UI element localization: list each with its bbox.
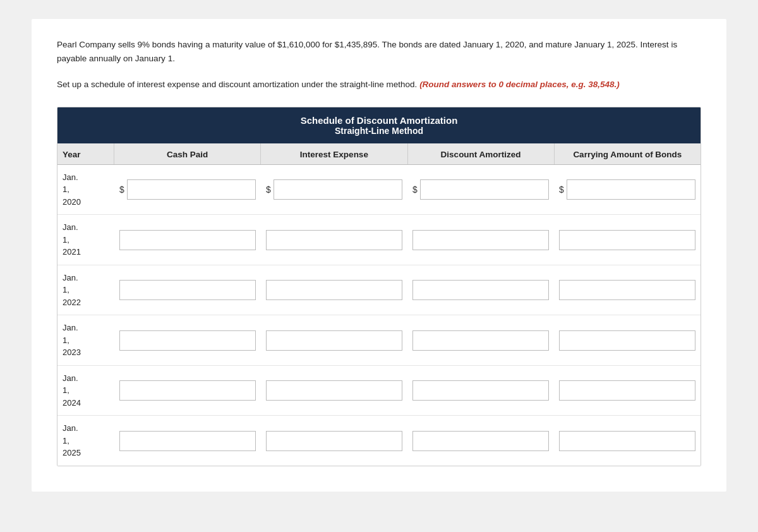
input-discount-2024[interactable] bbox=[412, 380, 549, 401]
input-cash-2023[interactable] bbox=[119, 330, 256, 351]
col-header-discount: Discount Amortized bbox=[408, 143, 555, 164]
cell-discount-2022 bbox=[407, 280, 554, 300]
input-cash-2021[interactable] bbox=[119, 230, 256, 250]
table-body: Jan.1,2020 $ $ $ $ bbox=[57, 165, 701, 466]
cell-carrying-2024 bbox=[554, 380, 701, 401]
cell-year-2021: Jan.1,2021 bbox=[57, 221, 114, 258]
cell-discount-2020: $ bbox=[407, 179, 554, 200]
cell-interest-2024 bbox=[261, 380, 407, 401]
input-discount-2020[interactable] bbox=[420, 179, 549, 200]
col-header-cash: Cash Paid bbox=[114, 143, 261, 164]
input-carrying-2023[interactable] bbox=[559, 330, 695, 351]
cell-year-2024: Jan.1,2024 bbox=[57, 372, 114, 409]
cell-interest-2025 bbox=[261, 431, 407, 451]
table-row: Jan.1,2020 $ $ $ $ bbox=[57, 165, 701, 215]
input-cash-2025[interactable] bbox=[119, 431, 256, 451]
cell-carrying-2023 bbox=[554, 330, 701, 351]
page-container: Pearl Company sells 9% bonds having a ma… bbox=[32, 19, 726, 492]
input-carrying-2024[interactable] bbox=[559, 380, 695, 401]
cell-discount-2021 bbox=[407, 230, 554, 250]
input-discount-2022[interactable] bbox=[412, 280, 549, 300]
cell-cash-2020: $ bbox=[114, 179, 261, 200]
instruction-text: Set up a schedule of interest expense an… bbox=[57, 78, 701, 92]
input-carrying-2021[interactable] bbox=[559, 230, 695, 250]
column-headers: Year Cash Paid Interest Expense Discount… bbox=[57, 143, 701, 165]
input-interest-2024[interactable] bbox=[266, 380, 402, 401]
cell-cash-2025 bbox=[114, 431, 261, 451]
input-discount-2023[interactable] bbox=[412, 330, 549, 351]
cell-carrying-2020: $ bbox=[554, 179, 701, 200]
dollar-sign: $ bbox=[559, 184, 564, 195]
col-header-carrying: Carrying Amount of Bonds bbox=[555, 143, 701, 164]
dollar-sign: $ bbox=[266, 184, 271, 195]
input-discount-2025[interactable] bbox=[412, 431, 549, 451]
col-header-interest: Interest Expense bbox=[261, 143, 407, 164]
cell-year-2023: Jan.1,2023 bbox=[57, 322, 114, 359]
cell-interest-2020: $ bbox=[261, 179, 407, 200]
instruction-highlight: (Round answers to 0 decimal places, e.g.… bbox=[419, 80, 620, 89]
cell-cash-2022 bbox=[114, 280, 261, 300]
table-row: Jan.1,2021 bbox=[57, 215, 701, 265]
dollar-sign: $ bbox=[119, 184, 124, 195]
cell-discount-2024 bbox=[407, 380, 554, 401]
cell-discount-2023 bbox=[407, 330, 554, 351]
input-carrying-2020[interactable] bbox=[567, 179, 695, 200]
input-cash-2024[interactable] bbox=[119, 380, 256, 401]
cell-carrying-2022 bbox=[554, 280, 701, 300]
cell-interest-2022 bbox=[261, 280, 407, 300]
cell-cash-2021 bbox=[114, 230, 261, 250]
cell-year-2020: Jan.1,2020 bbox=[57, 171, 114, 209]
cell-carrying-2025 bbox=[554, 431, 701, 451]
col-header-year: Year bbox=[57, 143, 114, 164]
dollar-sign: $ bbox=[412, 184, 418, 195]
input-cash-2020[interactable] bbox=[127, 179, 256, 200]
intro-text: Pearl Company sells 9% bonds having a ma… bbox=[57, 38, 701, 65]
input-discount-2021[interactable] bbox=[412, 230, 549, 250]
cell-year-2022: Jan.1,2022 bbox=[57, 272, 114, 309]
table-row: Jan.1,2022 bbox=[57, 265, 701, 316]
cell-cash-2023 bbox=[114, 330, 261, 351]
cell-year-2025: Jan.1,2025 bbox=[57, 422, 114, 459]
input-interest-2021[interactable] bbox=[266, 230, 402, 250]
input-carrying-2022[interactable] bbox=[559, 280, 695, 300]
cell-carrying-2021 bbox=[554, 230, 701, 250]
cell-interest-2021 bbox=[261, 230, 407, 250]
input-cash-2022[interactable] bbox=[119, 280, 256, 300]
table-subtitle: Straight-Line Method bbox=[64, 126, 694, 136]
cell-interest-2023 bbox=[261, 330, 407, 351]
input-carrying-2025[interactable] bbox=[559, 431, 695, 451]
input-interest-2022[interactable] bbox=[266, 280, 402, 300]
input-interest-2023[interactable] bbox=[266, 330, 402, 351]
amortization-table: Schedule of Discount Amortization Straig… bbox=[57, 107, 701, 466]
input-interest-2025[interactable] bbox=[266, 431, 402, 451]
table-title: Schedule of Discount Amortization bbox=[64, 115, 694, 126]
instruction-main: Set up a schedule of interest expense an… bbox=[57, 80, 417, 89]
cell-cash-2024 bbox=[114, 380, 261, 401]
table-row: Jan.1,2025 bbox=[57, 416, 701, 466]
table-row: Jan.1,2023 bbox=[57, 315, 701, 366]
input-interest-2020[interactable] bbox=[274, 179, 402, 200]
cell-discount-2025 bbox=[407, 431, 554, 451]
table-header: Schedule of Discount Amortization Straig… bbox=[57, 107, 701, 143]
table-row: Jan.1,2024 bbox=[57, 366, 701, 416]
